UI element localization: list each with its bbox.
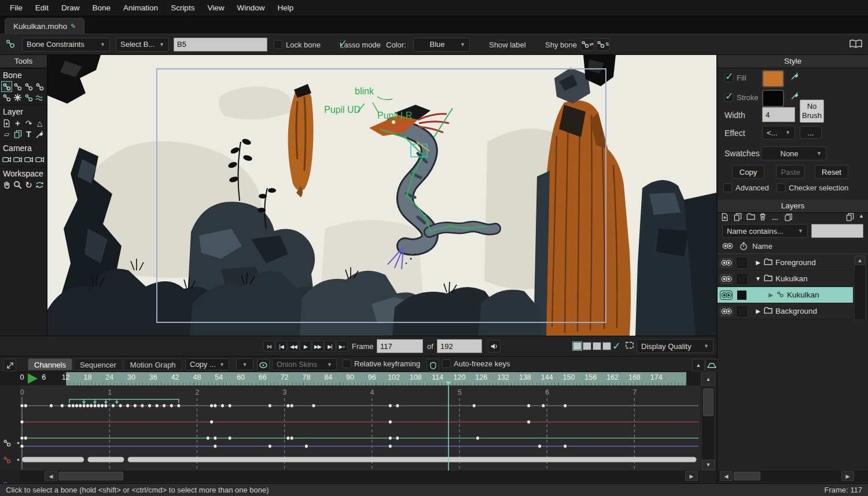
bone-label-pupil-ud[interactable]: Pupil UD [324, 105, 361, 115]
reset-style-button[interactable]: Reset [815, 165, 848, 179]
scrollbar-thumb[interactable] [734, 472, 760, 480]
bone-red-track-channel-icon[interactable] [3, 455, 12, 466]
fit-timeline-icon[interactable] [705, 359, 718, 372]
bone-constraints-dropdown[interactable]: Bone Constraints▼ [22, 38, 110, 52]
timeline-scroll-down-icon[interactable]: ▼ [702, 460, 715, 470]
collapse-arrow-icon[interactable]: ▼ [755, 275, 762, 282]
menu-window[interactable]: Window [230, 0, 271, 16]
select-bone-tool-icon[interactable] [1, 81, 12, 92]
bone-name-input[interactable] [174, 38, 267, 52]
new-layer-icon[interactable] [721, 213, 729, 223]
insert-text-tool-icon[interactable]: T [23, 128, 34, 139]
layer-options-icon[interactable]: … [772, 213, 779, 222]
bone-label-pupil-lr[interactable]: Pupil LR [377, 111, 412, 120]
layer-visibility-icon[interactable] [720, 258, 733, 267]
layer-reference-icon[interactable] [846, 213, 854, 223]
loop-button[interactable]: ▶∘ [336, 341, 348, 352]
advanced-checkbox[interactable] [723, 183, 732, 192]
layer-visibility-icon[interactable] [720, 291, 733, 300]
add-bone-tool-icon[interactable] [12, 81, 23, 92]
layer-visibility-icon[interactable] [720, 274, 733, 284]
timeline-scroll-right-icon[interactable]: ▶ [685, 471, 698, 481]
to-end-button[interactable]: ▶| [324, 341, 336, 352]
stroke-eyedropper-icon[interactable] [790, 91, 800, 102]
bone-scale-tool-icon[interactable] [34, 81, 45, 92]
zoom-camera-tool-icon[interactable] [12, 154, 23, 165]
timeline-tab-channels[interactable]: Channels [28, 358, 72, 370]
stroke-color-swatch[interactable] [762, 90, 784, 107]
loop-range-button[interactable]: ⋈ [263, 341, 275, 352]
layer-row-background[interactable]: ▶Background [718, 303, 853, 319]
expand-arrow-icon[interactable]: ▶ [767, 292, 774, 298]
scrollbar-thumb[interactable] [703, 388, 713, 416]
timeline-tracks-area[interactable]: 01234567 [20, 385, 700, 471]
effect-more-button[interactable]: ... [800, 126, 822, 139]
bind-bone-tool-icon[interactable] [1, 92, 12, 103]
bone-motion-track-channel-icon[interactable] [3, 439, 12, 449]
bone-dynamics-tool-icon[interactable] [34, 92, 45, 103]
relative-keyframing-checkbox[interactable] [343, 359, 351, 368]
keyframe-interp-dropdown[interactable]: ▼ [236, 358, 253, 370]
fill-checkbox[interactable] [724, 74, 733, 82]
menu-view[interactable]: View [201, 0, 230, 16]
layer-row-foreground[interactable]: ▶Foreground [718, 255, 853, 271]
lock-bone-checkbox[interactable] [274, 40, 282, 49]
track-camera-tool-icon[interactable] [1, 154, 12, 165]
fill-color-swatch[interactable] [762, 70, 784, 87]
timeline-vertical-scrollbar[interactable]: ▼ [701, 387, 715, 471]
swatches-dropdown[interactable]: None▼ [761, 146, 826, 160]
add-point-tool-icon[interactable]: + [12, 117, 23, 128]
effect-dropdown[interactable]: <...▼ [762, 126, 795, 139]
reparent-bone-tool-icon[interactable] [23, 81, 34, 92]
layer-visibility-icon[interactable] [720, 307, 733, 316]
layers-horizontal-scrollbar[interactable]: ◀ ▶ [718, 471, 868, 482]
pan-tilt-camera-tool-icon[interactable] [34, 154, 45, 165]
total-frames-input[interactable] [437, 339, 482, 353]
two-views-button[interactable] [583, 342, 591, 350]
layer-filter-input[interactable] [811, 224, 863, 238]
flip-bones-horizontal-icon[interactable]: ⇄ [580, 38, 594, 51]
current-frame-input[interactable] [377, 339, 423, 353]
duplicate-layer-icon[interactable] [734, 213, 742, 223]
layer-color-swatch[interactable] [737, 291, 746, 300]
layer-filter-dropdown[interactable]: Name contains...▼ [722, 224, 808, 238]
collapse-layers-icon[interactable]: ▲ [859, 213, 864, 219]
scrollbar-thumb[interactable] [58, 472, 123, 480]
three-views-button[interactable] [593, 342, 601, 350]
display-quality-dropdown[interactable]: Display Quality▼ [637, 339, 713, 353]
copy-style-button[interactable]: Copy [732, 165, 764, 179]
single-view-button[interactable] [573, 342, 582, 350]
roll-camera-tool-icon[interactable] [23, 154, 34, 165]
menu-animation[interactable]: Animation [117, 0, 164, 16]
step-back-button[interactable]: ◀◀ [288, 341, 299, 352]
new-group-icon[interactable] [746, 213, 755, 222]
menu-edit[interactable]: Edit [29, 0, 55, 16]
menu-scripts[interactable]: Scripts [164, 0, 201, 16]
duplicate-layer-tool-icon[interactable] [12, 128, 23, 139]
layer-color-swatch[interactable] [737, 274, 746, 284]
delete-layer-icon[interactable] [759, 213, 766, 222]
no-brush-button[interactable]: No Brush [800, 100, 824, 123]
current-frame-marker[interactable] [446, 381, 451, 385]
transform-layer-tool-icon[interactable] [1, 117, 12, 128]
orbit-workspace-tool-icon[interactable] [34, 179, 45, 190]
expand-arrow-icon[interactable]: ▶ [755, 308, 762, 314]
timeline-scroll-left-icon[interactable]: ◀ [45, 471, 57, 481]
fill-eyedropper-icon[interactable] [790, 71, 800, 82]
layers-scroll-left-icon[interactable]: ◀ [720, 471, 733, 481]
timeline-tab-motion-graph[interactable]: Motion Graph [124, 358, 182, 370]
shear-layer-tool-icon[interactable]: △ [34, 117, 45, 128]
eyedropper-tool-icon[interactable] [34, 128, 45, 139]
pan-workspace-tool-icon[interactable] [1, 179, 12, 190]
manipulate-bones-tool-icon[interactable] [12, 92, 23, 103]
layer-row-kukulkan[interactable]: ▼Kukulkan [718, 271, 853, 287]
flip-bones-vertical-icon[interactable]: ⇅ [596, 38, 610, 51]
timeline-ruler[interactable]: 0612182430364248546066727884909610210811… [0, 372, 700, 385]
layers-scroll-up-icon[interactable]: ▲ [855, 256, 865, 265]
auto-freeze-checkbox[interactable] [442, 359, 451, 368]
zoom-timeline-in-icon[interactable]: ▲ [692, 359, 705, 372]
layer-color-swatch[interactable] [737, 258, 746, 267]
rename-document-icon[interactable]: ✎ [71, 23, 76, 30]
fit-frame-icon[interactable] [625, 341, 634, 351]
skew-layer-tool-icon[interactable]: ▱ [1, 128, 12, 139]
